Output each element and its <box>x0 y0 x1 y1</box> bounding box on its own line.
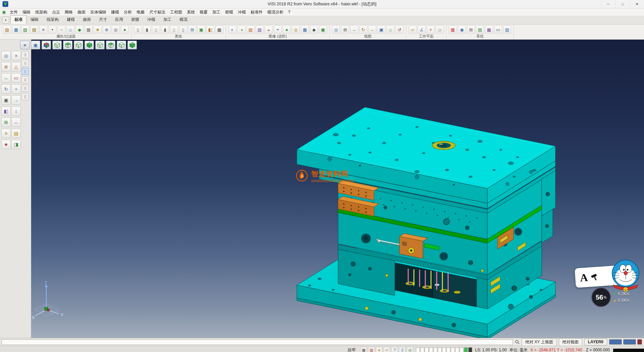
tab-application[interactable]: 应用 <box>111 15 127 24</box>
palette-icon[interactable]: ◨ <box>11 140 21 149</box>
render-advanced-10-icon[interactable]: ◆ <box>310 26 318 34</box>
iso-view-icon[interactable]: ◇ <box>386 26 394 34</box>
point-filter-icon[interactable]: • <box>48 26 56 34</box>
system-settings-icon[interactable]: ▭ <box>494 26 502 34</box>
workplane-reset-icon[interactable]: ◇ <box>436 26 444 34</box>
mirror-icon[interactable]: ◧ <box>1 106 11 116</box>
render-advanced-11-icon[interactable]: ▣ <box>319 26 327 34</box>
view-mode-box[interactable]: 绝对视图 <box>559 338 582 346</box>
zoom-window-icon[interactable]: ⊞ <box>341 26 349 34</box>
mini-view-1-button[interactable]: ▯ <box>21 51 29 58</box>
scissors-icon[interactable]: × <box>11 51 21 60</box>
attribute-copy-icon[interactable]: ▦ <box>12 26 20 34</box>
tab-wireframe[interactable]: 线架构 <box>43 15 63 24</box>
copy-icon[interactable]: ▣ <box>1 95 11 105</box>
menu-die[interactable]: 冲模 <box>235 8 248 16</box>
status-alert-icon[interactable]: ● <box>376 347 382 352</box>
menu-flow-analysis[interactable]: 模流分析 <box>265 8 286 16</box>
status-info-icon[interactable]: ? <box>391 347 398 352</box>
menu-machining[interactable]: 加工 <box>210 8 223 16</box>
show-element-icon[interactable]: ● <box>121 26 129 34</box>
graphics-tool-1-icon[interactable]: ▯ <box>134 26 142 34</box>
system-calculator-icon[interactable]: ▩ <box>485 26 493 34</box>
line-style-icon[interactable]: ≡ <box>39 26 47 34</box>
tab-surface[interactable]: 曲面 <box>79 15 95 24</box>
system-colors-icon[interactable]: ▦ <box>449 26 457 34</box>
system-grid-icon[interactable]: ▤ <box>476 26 484 34</box>
active-layer-box[interactable]: LAYER0 <box>584 339 607 345</box>
view-axonometric-icon[interactable] <box>127 41 137 49</box>
solid-filter-icon[interactable]: ◆ <box>75 26 84 34</box>
measure-icon[interactable]: ↕ <box>11 106 21 116</box>
menu-help[interactable]: ? <box>286 9 293 15</box>
mesh-filter-icon[interactable]: ▦ <box>85 26 93 34</box>
command-input[interactable] <box>1 339 513 345</box>
color-swatch-3[interactable] <box>637 339 642 345</box>
status-layer2-icon[interactable]: 2 <box>399 347 406 352</box>
hide-element-icon[interactable]: ◎ <box>112 26 120 34</box>
tab-overflow-button[interactable]: ▾ <box>2 17 9 24</box>
mini-view-6-button[interactable]: ▯ <box>21 93 29 100</box>
zoom-all-icon[interactable]: ◎ <box>332 26 340 34</box>
quick-select-icon[interactable]: ⊕ <box>103 26 111 34</box>
color-swatch-2[interactable] <box>623 339 636 345</box>
render-advanced-1-icon[interactable]: ◐ <box>228 26 236 34</box>
view-top-icon[interactable] <box>63 41 72 49</box>
render-advanced-7-icon[interactable]: ● <box>283 26 291 34</box>
render-advanced-9-icon[interactable]: ▦ <box>301 26 309 34</box>
surface-filter-icon[interactable]: ◇ <box>66 26 74 34</box>
render-mode-icon[interactable] <box>42 41 51 49</box>
color-swatch-1[interactable] <box>609 339 622 345</box>
view-left-icon[interactable] <box>95 41 105 49</box>
menu-mold[interactable]: 塑模 <box>223 8 235 16</box>
dimension-icon[interactable]: ↔ <box>11 118 21 127</box>
menu-window[interactable]: 视窗 <box>197 8 210 16</box>
eraser-icon[interactable]: ▭ <box>11 73 21 83</box>
mini-view-4-button[interactable]: ▯ <box>21 76 29 83</box>
graphics-tool-2-icon[interactable]: ▮ <box>143 26 151 34</box>
curve-filter-icon[interactable]: ~ <box>57 26 65 34</box>
color-edit-icon[interactable]: ▧ <box>21 26 29 34</box>
pan-view-icon[interactable]: ↔ <box>350 26 358 34</box>
search-icon[interactable] <box>515 340 520 344</box>
workplane-align-icon[interactable]: ∠ <box>418 26 426 34</box>
graphics-tool-6-icon[interactable]: ▯ <box>179 26 187 34</box>
graphics-cube-icon[interactable]: ◧ <box>206 26 214 34</box>
wireframe-display-icon[interactable]: ▣ <box>197 26 205 34</box>
status-notebook-icon[interactable]: ▥ <box>368 347 375 352</box>
view-reference-box[interactable]: 绝对 XY 上视图 <box>522 338 556 346</box>
snap-icon[interactable]: ⊕ <box>1 62 11 72</box>
previous-view-icon[interactable]: ← <box>368 26 376 34</box>
render-advanced-3-icon[interactable]: ▧ <box>247 26 255 34</box>
view-bottom-icon[interactable] <box>117 41 126 49</box>
trim-icon[interactable]: + <box>11 84 21 94</box>
viewbar-menu-icon[interactable]: ≡ <box>20 41 30 49</box>
array-icon[interactable]: ⊞ <box>1 118 11 127</box>
shade-view-icon[interactable]: ▣ <box>377 26 385 34</box>
maximize-button[interactable]: □ <box>615 0 630 8</box>
status-target-icon[interactable]: ◎ <box>407 347 413 352</box>
view-isometric-icon[interactable] <box>52 41 62 49</box>
mini-view-3-button[interactable]: ▯ <box>21 68 29 75</box>
render-advanced-4-icon[interactable]: ▨ <box>256 26 264 34</box>
select-icon[interactable]: ◎ <box>1 51 11 60</box>
tab-modeling[interactable]: 建模 <box>63 15 79 24</box>
graphics-tool-3-icon[interactable]: ▯ <box>152 26 160 34</box>
system-table-icon[interactable]: ⊞ <box>467 26 475 34</box>
graphics-tool-4-icon[interactable]: ▮ <box>161 26 169 34</box>
info-icon[interactable]: ≡ <box>1 129 11 138</box>
minimize-button[interactable]: ─ <box>601 0 615 8</box>
render-advanced-5-icon[interactable]: ◒ <box>265 26 273 34</box>
render-advanced-6-icon[interactable]: ◓ <box>274 26 282 34</box>
tab-machining[interactable]: 加工 <box>159 15 175 24</box>
workplane-create-icon[interactable]: ▱ <box>409 26 417 34</box>
viewbar-screen-icon[interactable]: ▣ <box>31 41 40 49</box>
move-icon[interactable]: ↔ <box>1 73 11 83</box>
rotate-view-icon[interactable]: ↻ <box>359 26 367 34</box>
layer-manager-icon[interactable]: ▤ <box>30 26 38 34</box>
status-snap-grid-icon[interactable]: ▦ <box>360 347 367 352</box>
3d-viewport[interactable]: 智造资料网 Z X Y A <box>31 40 644 338</box>
status-folder-icon[interactable]: ▱ <box>383 347 390 352</box>
mini-view-5-button[interactable]: ▯ <box>21 85 29 92</box>
note-icon[interactable]: ▤ <box>11 129 21 138</box>
